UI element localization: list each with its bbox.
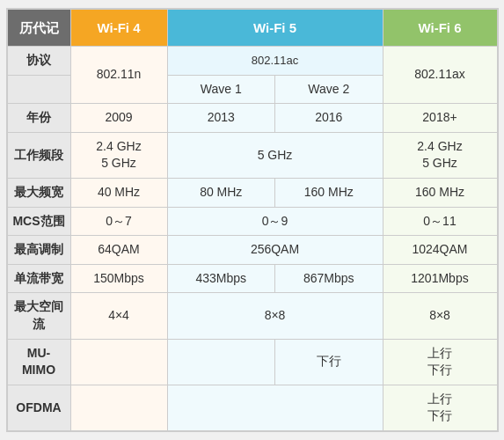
- wifi6-mumimo-line1: 上行: [427, 346, 452, 360]
- label-mumimo: MU-MIMO: [7, 339, 70, 385]
- wifi6-ofdma-line2: 下行: [427, 408, 452, 422]
- header-label: 历代记: [7, 10, 70, 47]
- row-stream-bw: 单流带宽 150Mbps 433Mbps 867Mbps 1201Mbps: [7, 264, 497, 293]
- wifi6-year: 2018+: [383, 104, 497, 133]
- wifi6-freq: 2.4 GHz 5 GHz: [383, 132, 497, 178]
- wifi6-spatial: 8×8: [383, 293, 497, 339]
- row-spatial: 最大空间流 4×4 8×8 8×8: [7, 293, 497, 339]
- wifi5-stream-bw-wave2: 867Mbps: [275, 264, 383, 293]
- label-empty-wave: [7, 75, 70, 104]
- wifi4-freq-line2: 5 GHz: [101, 156, 136, 170]
- label-modulation: 最高调制: [7, 236, 70, 265]
- row-mumimo: MU-MIMO 下行 上行 下行: [7, 339, 497, 385]
- header-wifi6: Wi-Fi 6: [383, 10, 497, 47]
- wifi5-wave2: Wave 2: [275, 75, 383, 104]
- label-freq: 工作频段: [7, 132, 70, 178]
- row-bandwidth: 最大频宽 40 MHz 80 MHz 160 MHz 160 MHz: [7, 179, 497, 208]
- wifi6-stream-bw: 1201Mbps: [383, 264, 497, 293]
- wifi6-freq-line2: 5 GHz: [422, 156, 457, 170]
- label-bandwidth: 最大频宽: [7, 179, 70, 208]
- label-stream-bw: 单流带宽: [7, 264, 70, 293]
- wifi4-protocol: 802.11n: [70, 47, 167, 104]
- wifi5-mcs: 0～9: [167, 207, 383, 236]
- wifi6-ofdma-line1: 上行: [427, 392, 452, 406]
- wifi5-ofdma: [167, 385, 383, 430]
- wifi4-year: 2009: [70, 104, 167, 133]
- row-modulation: 最高调制 64QAM 256QAM 1024QAM: [7, 236, 497, 265]
- header-wifi4: Wi-Fi 4: [70, 10, 167, 47]
- wifi5-protocol-top: 802.11ac: [167, 47, 383, 76]
- wifi4-freq: 2.4 GHz 5 GHz: [70, 132, 167, 178]
- wifi6-ofdma: 上行 下行: [383, 385, 497, 430]
- wifi5-freq: 5 GHz: [167, 132, 383, 178]
- wifi4-ofdma: [70, 385, 167, 430]
- wifi4-modulation: 64QAM: [70, 236, 167, 265]
- row-protocol: 协议 802.11n 802.11ac 802.11ax: [7, 47, 497, 76]
- wifi5-mumimo-wave2: 下行: [275, 339, 383, 385]
- wifi-comparison-table: 历代记 Wi-Fi 4 Wi-Fi 5 Wi-Fi 6 协议 802.11n 8…: [7, 9, 498, 431]
- wifi6-mcs: 0～11: [383, 207, 497, 236]
- wifi5-bandwidth-wave2: 160 MHz: [275, 179, 383, 208]
- wifi6-mumimo: 上行 下行: [383, 339, 497, 385]
- comparison-table-wrapper: 历代记 Wi-Fi 4 Wi-Fi 5 Wi-Fi 6 协议 802.11n 8…: [6, 8, 499, 432]
- wifi5-bandwidth-wave1: 80 MHz: [167, 179, 275, 208]
- label-spatial: 最大空间流: [7, 293, 70, 339]
- wifi5-spatial: 8×8: [167, 293, 383, 339]
- wifi6-protocol: 802.11ax: [383, 47, 497, 104]
- row-mcs: MCS范围 0～7 0～9 0～11: [7, 207, 497, 236]
- wifi4-stream-bw: 150Mbps: [70, 264, 167, 293]
- wifi5-mumimo-wave1: [167, 339, 275, 385]
- wifi4-bandwidth: 40 MHz: [70, 179, 167, 208]
- wifi4-mumimo: [70, 339, 167, 385]
- label-mcs: MCS范围: [7, 207, 70, 236]
- row-ofdma: OFDMA 上行 下行: [7, 385, 497, 430]
- wifi5-wave1: Wave 1: [167, 75, 275, 104]
- wifi6-modulation: 1024QAM: [383, 236, 497, 265]
- label-protocol: 协议: [7, 47, 70, 76]
- label-ofdma: OFDMA: [7, 385, 70, 430]
- wifi5-year-wave2: 2016: [275, 104, 383, 133]
- header-wifi5: Wi-Fi 5: [167, 10, 383, 47]
- wifi6-freq-line1: 2.4 GHz: [417, 139, 462, 153]
- wifi6-mumimo-line2: 下行: [427, 363, 452, 377]
- wifi5-modulation: 256QAM: [167, 236, 383, 265]
- wifi6-bandwidth: 160 MHz: [383, 179, 497, 208]
- wifi5-stream-bw-wave1: 433Mbps: [167, 264, 275, 293]
- label-year: 年份: [7, 104, 70, 133]
- wifi4-freq-line1: 2.4 GHz: [96, 139, 141, 153]
- row-year: 年份 2009 2013 2016 2018+: [7, 104, 497, 133]
- wifi4-spatial: 4×4: [70, 293, 167, 339]
- wifi5-year-wave1: 2013: [167, 104, 275, 133]
- row-freq: 工作频段 2.4 GHz 5 GHz 5 GHz 2.4 GHz 5 GHz: [7, 132, 497, 178]
- table-header-row: 历代记 Wi-Fi 4 Wi-Fi 5 Wi-Fi 6: [7, 10, 497, 47]
- wifi4-mcs: 0～7: [70, 207, 167, 236]
